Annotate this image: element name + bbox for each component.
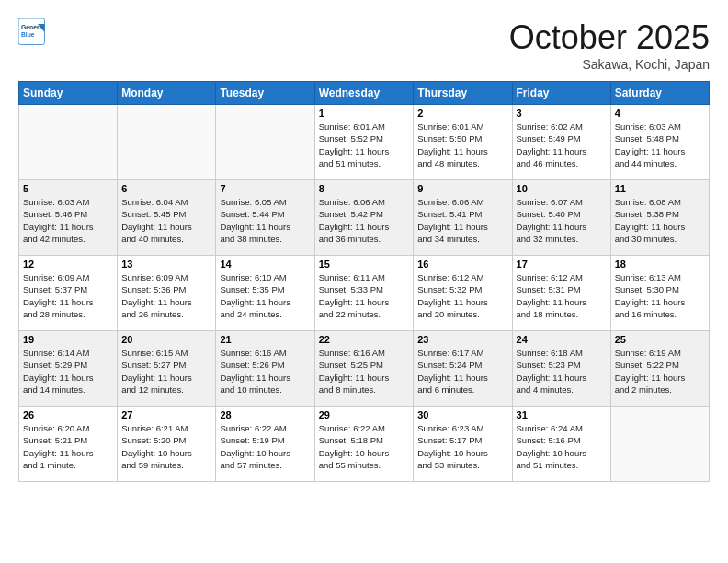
day-info: Sunrise: 6:19 AM Sunset: 5:22 PM Dayligh… xyxy=(615,347,705,396)
day-number: 20 xyxy=(121,334,211,345)
day-info: Sunrise: 6:16 AM Sunset: 5:26 PM Dayligh… xyxy=(220,347,310,396)
calendar-cell xyxy=(216,105,314,180)
calendar-cell: 22Sunrise: 6:16 AM Sunset: 5:25 PM Dayli… xyxy=(314,331,414,407)
calendar-cell: 28Sunrise: 6:22 AM Sunset: 5:19 PM Dayli… xyxy=(216,407,314,482)
day-number: 6 xyxy=(121,183,211,194)
calendar-cell: 26Sunrise: 6:20 AM Sunset: 5:21 PM Dayli… xyxy=(19,407,118,482)
weekday-header: Friday xyxy=(512,82,610,105)
day-number: 2 xyxy=(417,108,507,119)
day-number: 25 xyxy=(615,334,705,345)
day-number: 4 xyxy=(615,108,705,119)
calendar-cell: 21Sunrise: 6:16 AM Sunset: 5:26 PM Dayli… xyxy=(216,331,314,407)
calendar-cell: 29Sunrise: 6:22 AM Sunset: 5:18 PM Dayli… xyxy=(314,407,414,482)
calendar-cell: 18Sunrise: 6:13 AM Sunset: 5:30 PM Dayli… xyxy=(610,256,709,331)
calendar-cell: 2Sunrise: 6:01 AM Sunset: 5:50 PM Daylig… xyxy=(414,105,512,180)
calendar-week-row: 26Sunrise: 6:20 AM Sunset: 5:21 PM Dayli… xyxy=(19,407,710,482)
calendar-cell: 7Sunrise: 6:05 AM Sunset: 5:44 PM Daylig… xyxy=(216,180,314,256)
weekday-header: Thursday xyxy=(414,82,512,105)
day-info: Sunrise: 6:09 AM Sunset: 5:37 PM Dayligh… xyxy=(23,271,113,320)
header: General Blue October 2025 Sakawa, Kochi,… xyxy=(18,18,710,72)
calendar-cell: 30Sunrise: 6:23 AM Sunset: 5:17 PM Dayli… xyxy=(414,407,512,482)
day-info: Sunrise: 6:16 AM Sunset: 5:25 PM Dayligh… xyxy=(319,347,410,396)
logo: General Blue xyxy=(18,18,48,46)
day-number: 16 xyxy=(417,259,507,270)
day-info: Sunrise: 6:21 AM Sunset: 5:20 PM Dayligh… xyxy=(121,422,211,471)
calendar-cell: 31Sunrise: 6:24 AM Sunset: 5:16 PM Dayli… xyxy=(512,407,610,482)
calendar-cell xyxy=(610,407,709,482)
day-number: 23 xyxy=(417,334,507,345)
day-number: 18 xyxy=(615,259,705,270)
calendar-cell: 15Sunrise: 6:11 AM Sunset: 5:33 PM Dayli… xyxy=(314,256,414,331)
calendar-cell: 25Sunrise: 6:19 AM Sunset: 5:22 PM Dayli… xyxy=(610,331,709,407)
day-number: 8 xyxy=(319,183,410,194)
day-info: Sunrise: 6:15 AM Sunset: 5:27 PM Dayligh… xyxy=(121,347,211,396)
day-info: Sunrise: 6:18 AM Sunset: 5:23 PM Dayligh… xyxy=(517,347,607,396)
weekday-header: Wednesday xyxy=(314,82,414,105)
calendar-cell xyxy=(118,105,216,180)
calendar-cell xyxy=(19,105,118,180)
day-info: Sunrise: 6:07 AM Sunset: 5:40 PM Dayligh… xyxy=(517,196,607,245)
weekday-header: Monday xyxy=(118,82,216,105)
calendar-cell: 6Sunrise: 6:04 AM Sunset: 5:45 PM Daylig… xyxy=(118,180,216,256)
calendar-cell: 13Sunrise: 6:09 AM Sunset: 5:36 PM Dayli… xyxy=(118,256,216,331)
day-number: 14 xyxy=(220,259,310,270)
title-block: October 2025 Sakawa, Kochi, Japan xyxy=(509,18,710,72)
day-info: Sunrise: 6:22 AM Sunset: 5:19 PM Dayligh… xyxy=(220,422,310,471)
calendar-week-row: 5Sunrise: 6:03 AM Sunset: 5:46 PM Daylig… xyxy=(19,180,710,256)
day-info: Sunrise: 6:23 AM Sunset: 5:17 PM Dayligh… xyxy=(417,422,507,471)
day-number: 19 xyxy=(23,334,113,345)
day-info: Sunrise: 6:09 AM Sunset: 5:36 PM Dayligh… xyxy=(121,271,211,320)
day-number: 30 xyxy=(417,409,507,420)
day-number: 10 xyxy=(517,183,607,194)
calendar-cell: 9Sunrise: 6:06 AM Sunset: 5:41 PM Daylig… xyxy=(414,180,512,256)
location-subtitle: Sakawa, Kochi, Japan xyxy=(509,57,710,72)
day-info: Sunrise: 6:08 AM Sunset: 5:38 PM Dayligh… xyxy=(615,196,705,245)
day-info: Sunrise: 6:01 AM Sunset: 5:50 PM Dayligh… xyxy=(417,121,507,169)
day-number: 13 xyxy=(121,259,211,270)
logo-icon: General Blue xyxy=(18,18,46,46)
day-number: 17 xyxy=(517,259,607,270)
calendar-cell: 16Sunrise: 6:12 AM Sunset: 5:32 PM Dayli… xyxy=(414,256,512,331)
calendar-cell: 10Sunrise: 6:07 AM Sunset: 5:40 PM Dayli… xyxy=(512,180,610,256)
day-number: 15 xyxy=(319,259,410,270)
day-info: Sunrise: 6:04 AM Sunset: 5:45 PM Dayligh… xyxy=(121,196,211,245)
day-info: Sunrise: 6:14 AM Sunset: 5:29 PM Dayligh… xyxy=(23,347,113,396)
day-number: 27 xyxy=(121,409,211,420)
day-number: 1 xyxy=(319,108,410,119)
day-info: Sunrise: 6:05 AM Sunset: 5:44 PM Dayligh… xyxy=(220,196,310,245)
day-info: Sunrise: 6:06 AM Sunset: 5:41 PM Dayligh… xyxy=(417,196,507,245)
day-info: Sunrise: 6:01 AM Sunset: 5:52 PM Dayligh… xyxy=(319,121,410,169)
day-info: Sunrise: 6:22 AM Sunset: 5:18 PM Dayligh… xyxy=(319,422,410,471)
day-number: 9 xyxy=(417,183,507,194)
day-info: Sunrise: 6:03 AM Sunset: 5:46 PM Dayligh… xyxy=(23,196,113,245)
weekday-header: Saturday xyxy=(610,82,709,105)
day-info: Sunrise: 6:06 AM Sunset: 5:42 PM Dayligh… xyxy=(319,196,410,245)
calendar-cell: 5Sunrise: 6:03 AM Sunset: 5:46 PM Daylig… xyxy=(19,180,118,256)
month-title: October 2025 xyxy=(509,18,710,57)
day-number: 31 xyxy=(517,409,607,420)
day-number: 7 xyxy=(220,183,310,194)
calendar-cell: 12Sunrise: 6:09 AM Sunset: 5:37 PM Dayli… xyxy=(19,256,118,331)
day-number: 26 xyxy=(23,409,113,420)
day-number: 5 xyxy=(23,183,113,194)
page-container: General Blue October 2025 Sakawa, Kochi,… xyxy=(0,0,728,491)
day-number: 11 xyxy=(615,183,705,194)
day-info: Sunrise: 6:13 AM Sunset: 5:30 PM Dayligh… xyxy=(615,271,705,320)
calendar-cell: 4Sunrise: 6:03 AM Sunset: 5:48 PM Daylig… xyxy=(610,105,709,180)
calendar-cell: 19Sunrise: 6:14 AM Sunset: 5:29 PM Dayli… xyxy=(19,331,118,407)
calendar-week-row: 12Sunrise: 6:09 AM Sunset: 5:37 PM Dayli… xyxy=(19,256,710,331)
calendar-cell: 20Sunrise: 6:15 AM Sunset: 5:27 PM Dayli… xyxy=(118,331,216,407)
day-number: 3 xyxy=(517,108,607,119)
day-info: Sunrise: 6:10 AM Sunset: 5:35 PM Dayligh… xyxy=(220,271,310,320)
weekday-header: Sunday xyxy=(19,82,118,105)
day-info: Sunrise: 6:11 AM Sunset: 5:33 PM Dayligh… xyxy=(319,271,410,320)
day-number: 28 xyxy=(220,409,310,420)
calendar-header-row: SundayMondayTuesdayWednesdayThursdayFrid… xyxy=(19,82,710,105)
day-number: 24 xyxy=(517,334,607,345)
day-info: Sunrise: 6:02 AM Sunset: 5:49 PM Dayligh… xyxy=(517,121,607,169)
day-info: Sunrise: 6:12 AM Sunset: 5:31 PM Dayligh… xyxy=(517,271,607,320)
day-info: Sunrise: 6:03 AM Sunset: 5:48 PM Dayligh… xyxy=(615,121,705,169)
day-info: Sunrise: 6:24 AM Sunset: 5:16 PM Dayligh… xyxy=(517,422,607,471)
calendar-week-row: 19Sunrise: 6:14 AM Sunset: 5:29 PM Dayli… xyxy=(19,331,710,407)
day-number: 29 xyxy=(319,409,410,420)
